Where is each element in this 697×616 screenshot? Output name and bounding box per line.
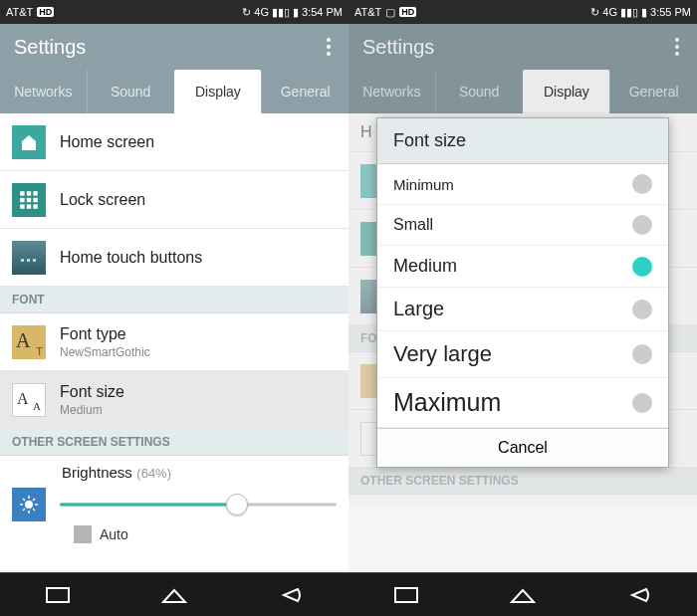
- app-header: Settings: [0, 24, 348, 70]
- signal-icon: ▮▮▯: [272, 6, 290, 19]
- tab-networks: Networks: [348, 70, 435, 113]
- nav-home-button[interactable]: [488, 577, 558, 613]
- app-header: Settings: [348, 24, 697, 70]
- item-label: Lock screen: [60, 191, 337, 209]
- overflow-menu-button[interactable]: [323, 34, 335, 60]
- brightness-icon: [12, 488, 46, 521]
- svg-rect-9: [21, 259, 24, 262]
- brightness-slider[interactable]: [60, 493, 337, 516]
- lte-icon: 4G: [602, 6, 617, 18]
- font-size-icon: AA: [12, 383, 46, 417]
- item-font-type[interactable]: AT Font type NewSmartGothic: [0, 313, 348, 371]
- item-lock-screen[interactable]: Lock screen: [0, 171, 348, 229]
- battery-icon: ▮: [641, 6, 647, 19]
- svg-rect-5: [33, 197, 37, 201]
- radio-button[interactable]: [632, 300, 652, 319]
- tab-display[interactable]: Display: [174, 70, 262, 113]
- page-title: Settings: [362, 36, 434, 59]
- svg-rect-8: [33, 204, 37, 208]
- screen-left: AT&T HD ↻ 4G ▮▮▯ ▮ 3:54 PM Settings Netw…: [0, 0, 348, 616]
- overflow-menu-button: [671, 34, 683, 60]
- font-size-option-minimum[interactable]: Minimum: [377, 164, 668, 205]
- font-size-dialog: Font size MinimumSmallMediumLargeVery la…: [376, 117, 669, 468]
- nav-recent-button[interactable]: [371, 577, 441, 613]
- image-icon: ▢: [385, 6, 395, 19]
- dialog-title: Font size: [377, 118, 668, 164]
- tab-general[interactable]: General: [261, 70, 348, 113]
- carrier-label: AT&T: [6, 6, 33, 18]
- svg-rect-3: [20, 197, 24, 201]
- item-label: Font size: [60, 383, 337, 401]
- svg-rect-0: [20, 191, 24, 195]
- screen-right: AT&T ▢ HD ↻ 4G ▮▮▯ ▮ 3:55 PM Settings Ne…: [348, 0, 697, 616]
- radio-button[interactable]: [632, 257, 652, 277]
- svg-rect-7: [27, 204, 31, 208]
- nav-back-button[interactable]: [256, 577, 326, 613]
- tab-general: General: [609, 70, 697, 113]
- sync-icon: ↻: [590, 6, 599, 19]
- radio-button[interactable]: [632, 344, 652, 364]
- item-home-touch-buttons[interactable]: Home touch buttons: [0, 229, 348, 287]
- option-label: Minimum: [393, 176, 454, 193]
- status-bar: AT&T ▢ HD ↻ 4G ▮▮▯ ▮ 3:55 PM: [348, 0, 697, 24]
- clock-label: 3:54 PM: [302, 6, 343, 18]
- auto-label: Auto: [100, 526, 128, 542]
- cancel-button[interactable]: Cancel: [377, 428, 668, 467]
- option-label: Small: [393, 216, 433, 234]
- battery-icon: ▮: [293, 6, 299, 19]
- section-other: OTHER SCREEN SETTINGS: [0, 429, 348, 456]
- item-home-screen[interactable]: Home screen: [0, 113, 348, 171]
- svg-line-17: [23, 499, 25, 501]
- lte-icon: 4G: [254, 6, 269, 18]
- tab-sound[interactable]: Sound: [87, 70, 174, 113]
- radio-button[interactable]: [632, 393, 652, 413]
- item-font-size[interactable]: AA Font size Medium: [0, 371, 348, 429]
- sync-icon: ↻: [242, 6, 251, 19]
- lock-screen-icon: [12, 183, 46, 217]
- brightness-label: Brightness: [410, 503, 481, 505]
- option-label: Medium: [393, 256, 457, 277]
- nav-bar: [348, 572, 697, 616]
- status-bar: AT&T HD ↻ 4G ▮▮▯ ▮ 3:54 PM: [0, 0, 348, 24]
- badge-icon: HD: [37, 7, 54, 17]
- item-label: Home screen: [60, 133, 337, 151]
- item-sub: NewSmartGothic: [60, 345, 337, 359]
- svg-rect-23: [395, 588, 417, 602]
- page-title: Settings: [14, 36, 86, 59]
- nav-back-button[interactable]: [604, 577, 674, 613]
- clock-label: 3:55 PM: [650, 6, 691, 18]
- nav-recent-button[interactable]: [23, 577, 93, 613]
- nav-home-button[interactable]: [139, 577, 209, 613]
- svg-rect-11: [33, 259, 36, 262]
- font-size-option-large[interactable]: Large: [377, 288, 668, 331]
- item-brightness: Brightness (64%) Auto: [0, 456, 348, 545]
- font-size-option-small[interactable]: Small: [377, 205, 668, 246]
- svg-line-20: [33, 499, 35, 501]
- svg-rect-10: [27, 259, 30, 262]
- tab-bar: Networks Sound Display General: [348, 70, 697, 113]
- option-label: Maximum: [393, 388, 501, 417]
- brightness-label: Brightness: [62, 464, 132, 481]
- svg-line-18: [33, 509, 35, 511]
- item-label: Font type: [60, 325, 337, 343]
- item-sub: Medium: [60, 403, 337, 417]
- radio-button[interactable]: [632, 215, 652, 235]
- svg-point-12: [25, 501, 33, 509]
- svg-rect-1: [27, 191, 31, 195]
- badge-icon: HD: [399, 7, 416, 17]
- tab-sound: Sound: [435, 70, 523, 113]
- radio-button[interactable]: [632, 174, 652, 194]
- option-label: Large: [393, 298, 444, 320]
- auto-brightness-checkbox[interactable]: [74, 525, 92, 543]
- tab-display: Display: [523, 70, 610, 113]
- svg-line-19: [23, 509, 25, 511]
- section-font: FONT: [0, 287, 348, 313]
- font-size-option-medium[interactable]: Medium: [377, 246, 668, 288]
- font-size-option-very-large[interactable]: Very large: [377, 331, 668, 378]
- option-label: Very large: [393, 341, 492, 367]
- font-size-option-maximum[interactable]: Maximum: [377, 378, 668, 428]
- item-label: Home touch buttons: [60, 249, 337, 267]
- tab-networks[interactable]: Networks: [0, 70, 87, 113]
- home-screen-icon: [12, 125, 46, 159]
- svg-rect-4: [27, 197, 31, 201]
